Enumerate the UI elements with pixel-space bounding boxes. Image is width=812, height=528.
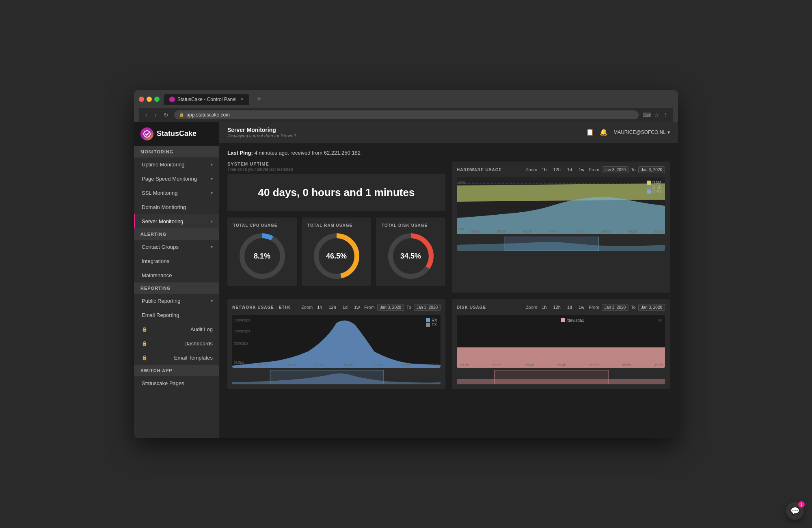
- zoom-label: Zoom: [526, 167, 537, 172]
- tab-title: StatusCake - Control Panel: [177, 97, 236, 102]
- net-from-date[interactable]: Jan 3, 2020: [377, 304, 404, 311]
- user-menu[interactable]: MAURICE@SOFCO.NL ▾: [613, 129, 670, 135]
- disk-zoom-12h[interactable]: 12h: [551, 304, 563, 310]
- legend-cpu: CPU: [647, 190, 662, 194]
- sidebar-item-email-reporting[interactable]: Email Reporting: [134, 308, 219, 322]
- browser-tab[interactable]: StatusCake - Control Panel ✕: [164, 94, 249, 105]
- public-reporting-label: Public Reporting: [142, 298, 180, 304]
- new-tab-button[interactable]: +: [253, 95, 264, 103]
- to-label: To: [631, 305, 636, 310]
- net-to-date[interactable]: Jan 3, 2020: [414, 304, 441, 311]
- disk-x-0945: 09:45: [557, 363, 566, 367]
- app-layout: StatusCake MONITORING Uptime Monitoring …: [134, 122, 678, 438]
- legend-disk-label: DISK: [652, 185, 662, 190]
- network-mini-chart: 09:30 09:45: [232, 370, 441, 384]
- statuscake-pages-label: Statuscake Pages: [142, 380, 184, 386]
- legend-ram-color: [647, 181, 651, 185]
- sidebar-item-ssl[interactable]: SSL Monitoring ▾: [134, 186, 219, 200]
- from-label: From: [589, 305, 599, 310]
- chevron-right-icon: ▾: [211, 245, 213, 249]
- title-bar: StatusCake - Control Panel ✕ +: [139, 94, 673, 105]
- switch-app-section-header: SWITCH APP: [134, 365, 219, 376]
- sidebar-item-page-speed[interactable]: Page Speed Monitoring ▾: [134, 172, 219, 186]
- net-zoom-1h[interactable]: 1h: [315, 304, 324, 310]
- chat-icon: 💬: [790, 506, 799, 515]
- refresh-button[interactable]: ↻: [162, 111, 170, 119]
- minimize-dot[interactable]: [147, 97, 152, 102]
- header-right: 📋 🔔 MAURICE@SOFCO.NL ▾: [586, 128, 670, 136]
- logo-text: StatusCake: [157, 129, 197, 138]
- sidebar-item-dashboards[interactable]: 🔒 Dashboards: [134, 336, 219, 351]
- sidebar: StatusCake MONITORING Uptime Monitoring …: [134, 122, 219, 438]
- y-label-0: 0%: [458, 227, 464, 231]
- user-chevron-icon: ▾: [667, 129, 670, 135]
- disk-zoom-1d[interactable]: 1d: [565, 304, 574, 310]
- translate-icon[interactable]: ⌨: [643, 112, 651, 118]
- ram-title: TOTAL RAM USAGE: [307, 223, 365, 228]
- close-dot[interactable]: [139, 97, 144, 102]
- sidebar-item-maintenance[interactable]: Maintenance: [134, 268, 219, 282]
- ping-info: Last Ping: 4 minutes ago, received from …: [227, 150, 670, 156]
- to-label: To: [631, 167, 636, 172]
- disk-chart-area: 50 /dev/sda1: [457, 315, 665, 368]
- net-zoom-1w[interactable]: 1w: [352, 304, 362, 310]
- x-label-0940: 09:40: [549, 229, 559, 233]
- page-header: Server Monitoring Displaying current dat…: [219, 122, 678, 143]
- url-input[interactable]: 🔒 app.statuscake.com: [174, 110, 639, 119]
- sidebar-item-statuscake-pages[interactable]: Statuscake Pages: [134, 376, 219, 390]
- server-monitoring-label: Server Monitoring: [142, 218, 184, 224]
- sidebar-item-server-monitoring[interactable]: Server Monitoring ▾: [134, 214, 219, 228]
- network-chart-area: 1500kBps 1000kBps 500kBps 0kBps RX: [232, 315, 441, 368]
- contact-groups-label: Contact Groups: [142, 244, 179, 250]
- uptime-title: SYSTEM UPTIME: [227, 162, 445, 166]
- address-actions: ⌨ ☆ ⋮: [643, 112, 668, 118]
- hardware-chart: HARDWARE USAGE Zoom 1h 12h 1d 1w From Ja…: [452, 162, 670, 293]
- tab-close-button[interactable]: ✕: [240, 97, 244, 101]
- to-date[interactable]: Jan 3, 2020: [638, 166, 665, 173]
- legend-ram-label: RAM: [652, 181, 661, 185]
- sidebar-item-domain[interactable]: Domain Monitoring: [134, 200, 219, 214]
- disk-x-0930: 09:30: [492, 363, 502, 367]
- page-body: Last Ping: 4 minutes ago, received from …: [219, 143, 678, 396]
- disk-zoom-1h[interactable]: 1h: [540, 304, 549, 310]
- disk-to-date[interactable]: Jan 3, 2020: [638, 304, 665, 311]
- sidebar-item-email-templates[interactable]: 🔒 Email Templates: [134, 351, 219, 365]
- bell-icon[interactable]: 🔔: [600, 128, 608, 136]
- disk-zoom-1w[interactable]: 1w: [577, 304, 586, 310]
- legend-cpu-color: [647, 190, 651, 194]
- zoom-1d[interactable]: 1d: [565, 166, 574, 173]
- sidebar-item-integrations[interactable]: Integrations: [134, 254, 219, 268]
- hardware-mini-svg: [457, 237, 665, 251]
- from-date[interactable]: Jan 3, 2020: [602, 166, 628, 173]
- browser-window: StatusCake - Control Panel ✕ + ‹ › ↻ 🔒 a…: [134, 90, 678, 438]
- disk-chart-controls: Zoom 1h 12h 1d 1w From Jan 3, 2020 To Ja…: [526, 304, 665, 311]
- back-button[interactable]: ‹: [144, 111, 149, 119]
- domain-label: Domain Monitoring: [142, 204, 186, 210]
- maximize-dot[interactable]: [154, 97, 160, 102]
- notes-icon[interactable]: 📋: [586, 128, 594, 136]
- disk-chart-title: DISK USAGE: [457, 305, 486, 310]
- sidebar-item-audit-log[interactable]: 🔒 Audit Log: [134, 322, 219, 336]
- zoom-1h[interactable]: 1h: [540, 166, 549, 173]
- forward-button[interactable]: ›: [153, 111, 158, 119]
- sidebar-item-contact-groups[interactable]: Contact Groups ▾: [134, 240, 219, 254]
- ram-donut: 46.5%: [312, 232, 361, 280]
- cpu-donut: 8.1%: [238, 232, 287, 280]
- menu-icon[interactable]: ⋮: [663, 112, 668, 118]
- chat-bubble[interactable]: 💬 1: [786, 502, 804, 520]
- net-x-0925: 09:25: [258, 363, 268, 367]
- net-zoom-1d[interactable]: 1d: [341, 304, 350, 310]
- sidebar-item-public-reporting[interactable]: Public Reporting ▾: [134, 294, 219, 308]
- disk-from-date[interactable]: Jan 3, 2020: [602, 304, 628, 311]
- net-zoom-12h[interactable]: 12h: [327, 304, 338, 310]
- bottom-charts-row: NETWORK USAGE - ETH0 Zoom 1h 12h 1d 1w F…: [227, 299, 670, 389]
- zoom-12h[interactable]: 12h: [551, 166, 563, 173]
- page-speed-label: Page Speed Monitoring: [142, 176, 197, 182]
- url-text: app.statuscake.com: [186, 112, 230, 118]
- disk-donut: 34.5%: [387, 232, 435, 280]
- net-x-0930: 09:30: [287, 363, 296, 367]
- bookmark-icon[interactable]: ☆: [654, 112, 659, 118]
- zoom-1w[interactable]: 1w: [577, 166, 586, 173]
- sidebar-item-uptime-monitoring[interactable]: Uptime Monitoring ▾: [134, 157, 219, 172]
- network-chart-title: NETWORK USAGE - ETH0: [232, 305, 291, 310]
